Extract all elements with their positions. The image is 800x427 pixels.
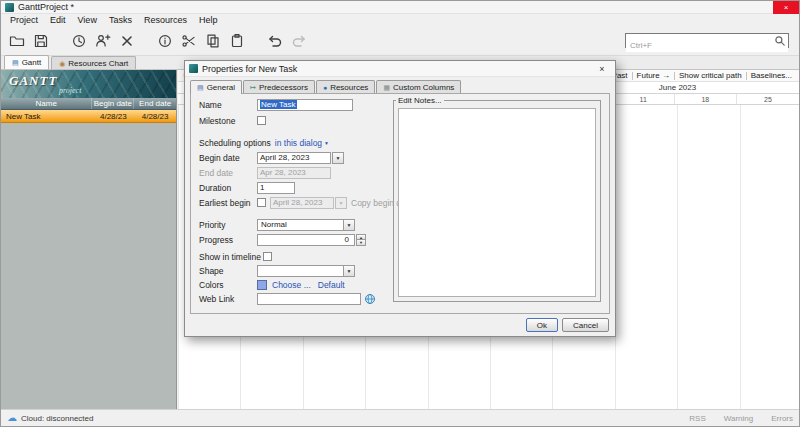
future-link[interactable]: Future → (633, 71, 674, 80)
menu-project[interactable]: Project (4, 14, 44, 26)
menu-view[interactable]: View (72, 14, 103, 26)
week-label: 18 (675, 94, 737, 104)
end-date-label: End date (199, 168, 257, 178)
errors-toggle[interactable]: Errors (771, 414, 793, 423)
menu-resources[interactable]: Resources (138, 14, 193, 26)
progress-field[interactable]: 0 (257, 234, 355, 246)
status-bar: ☁ Cloud: disconnected RSS Warning Errors (1, 409, 799, 426)
web-link-label: Web Link (199, 294, 257, 304)
priority-select[interactable]: Normal ▼ (257, 219, 355, 231)
scheduling-dialog-link[interactable]: in this dialog (275, 138, 322, 148)
search-input[interactable] (626, 39, 788, 52)
tab-custom-columns-label: Custom Columns (393, 83, 454, 92)
open-project-button[interactable] (5, 29, 29, 53)
baselines-link[interactable]: Baselines... (747, 71, 796, 80)
critical-path-link[interactable]: Show critical path (675, 71, 746, 80)
save-project-button[interactable] (29, 29, 53, 53)
redo-button[interactable] (287, 29, 311, 53)
dialog-title-bar: Properties for New Task × (185, 61, 615, 77)
menu-help[interactable]: Help (193, 14, 224, 26)
logo-subtitle: project (59, 86, 81, 95)
tab-resources[interactable]: ● Resources (316, 80, 375, 93)
properties-button[interactable] (153, 29, 177, 53)
add-resource-button[interactable] (91, 29, 115, 53)
delete-button[interactable] (115, 29, 139, 53)
cancel-button[interactable]: Cancel (562, 318, 609, 332)
earliest-begin-checkbox[interactable] (257, 198, 266, 207)
progress-spinner[interactable]: ▲▼ (356, 234, 366, 246)
redo-icon (291, 33, 307, 49)
column-header-end-date[interactable]: End date (134, 98, 176, 109)
main-toolbar (1, 26, 799, 56)
tab-predecessors-label: Predecessors (259, 83, 308, 92)
rss-toggle[interactable]: RSS (689, 414, 705, 423)
name-field[interactable]: New Task (257, 99, 353, 111)
progress-label: Progress (199, 235, 257, 245)
dialog-tab-strip: ▤ General ↦ Predecessors ● Resources ▦ C… (190, 80, 462, 93)
search-icon (774, 35, 786, 47)
dialog-close-button[interactable]: × (593, 62, 611, 76)
tab-resources-chart[interactable]: ◉ Resources Chart (51, 56, 136, 69)
task-name-cell: New Task (1, 110, 92, 122)
task-tree-panel: GANTT project Name Begin date End date N… (1, 70, 177, 409)
tab-predecessors[interactable]: ↦ Predecessors (243, 80, 315, 93)
dialog-general-panel: Name New Task Milestone Scheduling optio… (190, 93, 610, 314)
task-begin-cell: 4/28/23 (92, 110, 134, 122)
milestone-checkbox[interactable] (257, 116, 266, 125)
end-date-field: Apr 28, 2023 (257, 167, 331, 179)
default-color-link[interactable]: Default (318, 280, 345, 290)
history-button[interactable] (67, 29, 91, 53)
web-link-field[interactable] (257, 293, 361, 305)
column-header-begin-date[interactable]: Begin date (92, 98, 134, 109)
cloud-icon: ☁ (7, 413, 17, 423)
save-icon (33, 33, 49, 49)
task-row-new-task[interactable]: New Task 4/28/23 4/28/23 (1, 110, 176, 123)
cut-button[interactable] (177, 29, 201, 53)
globe-icon (364, 293, 376, 305)
tab-custom-columns[interactable]: ▦ Custom Columns (376, 80, 461, 93)
tab-resources-label: Resources (330, 83, 368, 92)
tab-gantt-label: Gantt (22, 58, 42, 67)
show-in-timeline-label: Show in timeline (199, 252, 261, 262)
menu-edit[interactable]: Edit (44, 14, 72, 26)
person-plus-icon (95, 33, 111, 49)
tab-general[interactable]: ▤ General (190, 80, 242, 94)
warning-toggle[interactable]: Warning (724, 414, 754, 423)
duration-field[interactable]: 1 (257, 182, 295, 194)
paste-icon (229, 33, 245, 49)
app-logo-icon (5, 3, 14, 12)
folder-open-icon (9, 33, 25, 49)
shape-select[interactable]: ▼ (257, 265, 355, 277)
begin-date-calendar-button[interactable]: ▼ (332, 152, 344, 164)
earliest-begin-calendar-button: ▼ (335, 197, 347, 209)
begin-date-label: Begin date (199, 153, 257, 163)
undo-button[interactable] (263, 29, 287, 53)
week-label: 11 (613, 94, 675, 104)
tab-general-label: General (207, 83, 235, 92)
undo-icon (267, 33, 283, 49)
scheduling-options-label: Scheduling options (199, 138, 271, 148)
dialog-footer: Ok Cancel (526, 318, 609, 332)
name-value: New Task (260, 100, 297, 109)
ok-button[interactable]: Ok (526, 318, 558, 332)
info-icon (157, 33, 173, 49)
begin-date-field[interactable]: April 28, 2023 (257, 152, 331, 164)
tab-gantt[interactable]: ▤ Gantt (4, 55, 49, 69)
delete-x-icon (119, 33, 135, 49)
paste-button[interactable] (225, 29, 249, 53)
custom-columns-tab-icon: ▦ (383, 84, 390, 91)
ganttproject-logo: GANTT project (1, 70, 176, 98)
show-in-timeline-checkbox[interactable] (263, 252, 272, 261)
choose-color-link[interactable]: Choose ... (272, 280, 311, 290)
calendar-dropdown-icon: ▼ (336, 155, 341, 161)
edit-notes-label: Edit Notes... (396, 96, 444, 105)
window-close-button[interactable]: × (773, 1, 799, 14)
menu-tasks[interactable]: Tasks (103, 14, 138, 26)
spinner-down-icon: ▼ (356, 240, 366, 246)
notes-textarea[interactable] (398, 108, 596, 297)
general-tab-icon: ▤ (197, 84, 204, 91)
column-header-name[interactable]: Name (1, 98, 92, 109)
copy-icon (205, 33, 221, 49)
dropdown-arrow-icon: ▼ (343, 266, 354, 276)
copy-button[interactable] (201, 29, 225, 53)
